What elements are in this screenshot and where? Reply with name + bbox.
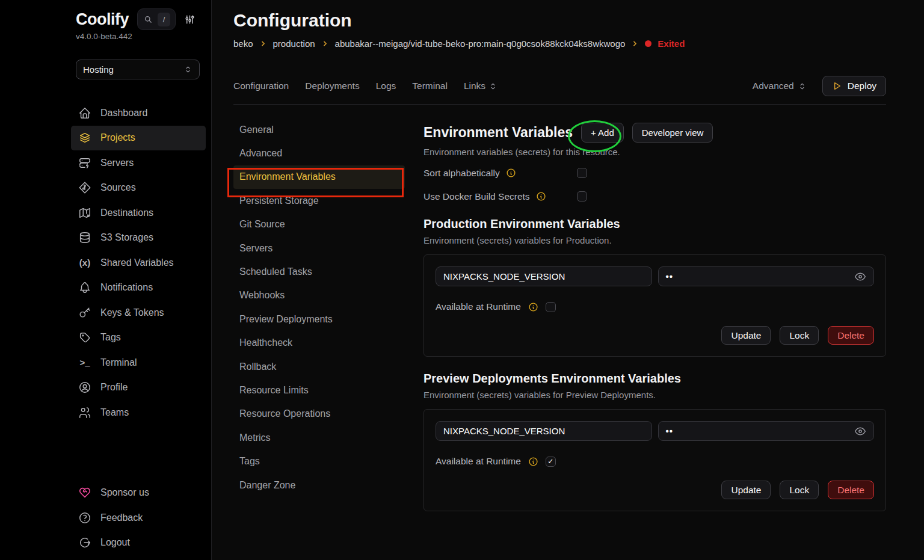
subnav-webhooks[interactable]: Webhooks — [233, 284, 405, 307]
sort-alphabetically-row: Sort alphabetically — [424, 161, 886, 185]
env-var-card-preview: •• Available at Runtime Update Lock Dele… — [424, 409, 886, 511]
preview-section-subtitle: Environment (secrets) variables for Prev… — [424, 390, 886, 400]
tab-configuration[interactable]: Configuration — [233, 81, 289, 91]
subnav-resource-operations[interactable]: Resource Operations — [233, 402, 405, 426]
available-at-runtime-checkbox[interactable] — [546, 302, 556, 312]
update-button[interactable]: Update — [721, 481, 771, 499]
search-button[interactable]: / — [137, 8, 176, 30]
sidebar-item-profile[interactable]: Profile — [71, 375, 206, 401]
sidebar-item-projects[interactable]: Projects — [71, 126, 206, 151]
sidebar-item-feedback[interactable]: Feedback — [71, 505, 206, 531]
bell-icon — [78, 281, 91, 294]
layers-icon — [78, 131, 91, 144]
info-icon[interactable] — [528, 302, 538, 312]
sidebar-item-label: Terminal — [100, 357, 137, 368]
breadcrumb-resource[interactable]: abubakar--meigag/vid-tube-beko-pro:main-… — [335, 38, 626, 49]
sidebar-item-label: Sponsor us — [100, 487, 149, 498]
chevron-right-icon — [259, 40, 267, 48]
delete-button[interactable]: Delete — [828, 326, 874, 345]
developer-view-button[interactable]: Developer view — [632, 123, 713, 143]
sidebar-item-label: S3 Storages — [100, 232, 153, 243]
tab-links[interactable]: Links — [464, 81, 497, 91]
subnav-preview-deployments[interactable]: Preview Deployments — [233, 307, 405, 331]
delete-button[interactable]: Delete — [828, 481, 874, 499]
subnav-advanced[interactable]: Advanced — [233, 141, 405, 165]
info-icon[interactable] — [536, 191, 546, 202]
env-value-masked: •• — [666, 426, 674, 436]
tab-logs[interactable]: Logs — [376, 81, 396, 91]
subnav-resource-limits[interactable]: Resource Limits — [233, 378, 405, 402]
available-at-runtime-row: Available at Runtime — [436, 301, 874, 312]
tabs-bar: Configuration Deployments Logs Terminal … — [233, 75, 886, 97]
sidebar-item-label: Logout — [100, 537, 130, 548]
docker-build-secrets-checkbox[interactable] — [577, 191, 587, 202]
sidebar-item-shared-variables[interactable]: (x) Shared Variables — [71, 250, 206, 275]
subnav-servers[interactable]: Servers — [233, 236, 405, 260]
search-icon — [144, 15, 153, 24]
env-value-field[interactable]: •• — [658, 266, 875, 286]
divider — [233, 104, 886, 105]
subnav-git-source[interactable]: Git Source — [233, 213, 405, 236]
subnav-healthcheck[interactable]: Healthcheck — [233, 331, 405, 355]
available-at-runtime-checkbox[interactable] — [546, 457, 556, 467]
sidebar: Coolify / v4.0.0-beta.442 Hosting Dashbo… — [0, 0, 212, 560]
sidebar-item-logout[interactable]: Logout — [71, 531, 206, 556]
add-button[interactable]: + Add — [581, 123, 624, 143]
docker-build-secrets-label: Use Docker Build Secrets — [424, 191, 530, 202]
info-icon[interactable] — [506, 168, 516, 178]
env-var-card-production: •• Available at Runtime Update Lock Dele… — [424, 254, 886, 357]
sidebar-item-sponsor-us[interactable]: Sponsor us — [71, 481, 206, 506]
lock-button[interactable]: Lock — [780, 326, 819, 345]
subnav-danger-zone[interactable]: Danger Zone — [233, 473, 405, 497]
update-button[interactable]: Update — [721, 326, 771, 345]
sidebar-item-notifications[interactable]: Notifications — [71, 275, 206, 301]
settings-sliders-icon[interactable] — [184, 14, 196, 25]
sidebar-item-dashboard[interactable]: Dashboard — [71, 100, 206, 126]
sidebar-item-label: Projects — [100, 132, 135, 143]
breadcrumb-environment[interactable]: production — [273, 38, 315, 49]
available-at-runtime-label: Available at Runtime — [436, 301, 521, 312]
sidebar-item-tags[interactable]: Tags — [71, 325, 206, 351]
subnav-persistent-storage[interactable]: Persistent Storage — [233, 189, 405, 212]
info-icon[interactable] — [528, 457, 538, 467]
eye-icon[interactable] — [854, 425, 866, 437]
settings-subnav: General Advanced Environment Variables P… — [233, 118, 405, 560]
sort-alphabetically-checkbox[interactable] — [577, 168, 587, 178]
breadcrumb-project[interactable]: beko — [233, 38, 253, 49]
subnav-tags[interactable]: Tags — [233, 449, 405, 473]
advanced-dropdown-label: Advanced — [753, 81, 794, 91]
env-key-input[interactable] — [436, 421, 652, 441]
main-content: Configuration beko production abubakar--… — [212, 0, 924, 560]
team-select[interactable]: Hosting — [76, 60, 200, 79]
sidebar-item-terminal[interactable]: >_ Terminal — [71, 350, 206, 375]
sidebar-item-teams[interactable]: Teams — [71, 400, 206, 425]
sidebar-item-label: Servers — [100, 158, 134, 168]
sidebar-item-s3-storages[interactable]: S3 Storages — [71, 226, 206, 251]
subnav-environment-variables[interactable]: Environment Variables — [233, 165, 405, 189]
eye-icon[interactable] — [854, 271, 866, 283]
subnav-general[interactable]: General — [233, 118, 405, 141]
chevron-right-icon — [631, 40, 639, 48]
production-section-subtitle: Environment (secrets) variables for Prod… — [424, 235, 886, 245]
subnav-rollback[interactable]: Rollback — [233, 355, 405, 378]
subnav-scheduled-tasks[interactable]: Scheduled Tasks — [233, 260, 405, 283]
database-icon — [78, 231, 91, 244]
env-value-field[interactable]: •• — [658, 421, 875, 441]
environment-variables-panel: Environment Variables + Add Developer vi… — [424, 118, 886, 560]
subnav-metrics[interactable]: Metrics — [233, 426, 405, 449]
lock-button[interactable]: Lock — [780, 481, 819, 499]
git-source-icon — [78, 181, 91, 194]
server-icon — [78, 156, 91, 170]
sidebar-item-destinations[interactable]: Destinations — [71, 200, 206, 226]
app-logo: Coolify — [76, 10, 129, 29]
available-at-runtime-label: Available at Runtime — [436, 456, 521, 467]
env-key-input[interactable] — [436, 266, 652, 286]
tab-deployments[interactable]: Deployments — [305, 81, 359, 91]
deploy-button[interactable]: Deploy — [822, 76, 886, 96]
sidebar-item-keys-tokens[interactable]: Keys & Tokens — [71, 300, 206, 325]
tab-terminal[interactable]: Terminal — [412, 81, 448, 91]
advanced-dropdown[interactable]: Advanced — [753, 81, 807, 91]
sidebar-item-servers[interactable]: Servers — [71, 150, 206, 176]
sidebar-item-sources[interactable]: Sources — [71, 176, 206, 201]
selector-icon — [798, 82, 807, 91]
